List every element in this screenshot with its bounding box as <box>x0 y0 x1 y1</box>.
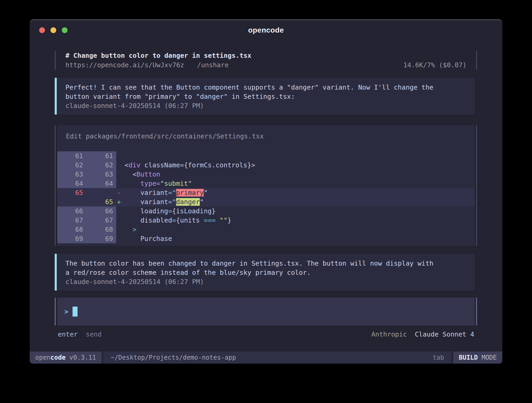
diff-new-line-number <box>87 188 116 197</box>
session-header: # Change button color to danger in setti… <box>57 51 475 70</box>
message-line: a red/rose color scheme instead of the b… <box>65 268 468 277</box>
share-row: https://opencode.ai/s/UwJxv76z /unshare <box>65 60 229 70</box>
diff-new-line-number: 62 <box>87 161 116 170</box>
diff-code-line: loading={isLoading} <box>116 206 475 216</box>
app-version: v0.3.11 <box>66 354 96 361</box>
message-meta: claude-sonnet-4-20250514 (06:27 PM) <box>65 101 468 110</box>
status-divider <box>101 352 104 364</box>
tab-key-hint: tab <box>433 354 444 361</box>
model-name: Claude Sonnet 4 <box>415 330 474 338</box>
diff-table: 61616262 <div className={formCs.controls… <box>57 151 475 243</box>
diff-change-marker: + <box>117 197 121 206</box>
diff-new-line-number: 68 <box>87 225 116 234</box>
diff-change-marker: - <box>117 188 121 197</box>
provider-name: Anthropic <box>371 330 407 338</box>
hint-row: enter send Anthropic Claude Sonnet 4 <box>57 326 475 339</box>
diff-code-line: type="submit" <box>116 179 475 188</box>
diff-code-line: <div className={formCs.controls}> <box>116 161 475 170</box>
diff-new-line-number: 61 <box>87 151 116 161</box>
diff-row: 6767 disabled={units === ""} <box>57 216 475 225</box>
text-cursor <box>73 307 78 317</box>
mode-primary: BUILD <box>459 354 478 361</box>
diff-row: 65- variant="primary" <box>57 188 475 197</box>
message-line: button variant from "primary" to "danger… <box>65 92 468 101</box>
assistant-message-1: Perfect! I can see that the Button compo… <box>55 78 475 115</box>
edit-tool-title: Edit packages/frontend/src/containers/Se… <box>57 132 475 141</box>
diff-old-line-number: 61 <box>57 151 87 161</box>
diff-code-line: > <box>116 225 475 234</box>
diff-old-line-number: 64 <box>57 179 87 188</box>
mode-secondary: MODE <box>478 354 497 361</box>
app-name-prefix: open <box>35 354 50 361</box>
diff-code-line: <Button <box>116 170 475 179</box>
edit-tool-block: Edit packages/frontend/src/containers/Se… <box>57 125 475 246</box>
diff-row: 6464 type="submit" <box>57 179 475 188</box>
diff-row: 6666 loading={isLoading} <box>57 206 475 216</box>
diff-old-line-number: 66 <box>57 206 87 216</box>
diff-new-line-number: 64 <box>87 179 116 188</box>
diff-code-line: + variant="danger" <box>116 197 475 206</box>
diff-old-line-number: 67 <box>57 216 87 225</box>
diff-old-line-number <box>57 197 87 206</box>
diff-old-line-number: 65 <box>57 188 87 197</box>
session-subtitle-row: https://opencode.ai/s/UwJxv76z /unshare … <box>65 60 467 70</box>
mode-chip: BUILD MODE <box>453 352 503 364</box>
status-divider <box>451 352 453 364</box>
diff-row: 65+ variant="danger" <box>57 197 475 206</box>
model-indicator: Anthropic Claude Sonnet 4 <box>371 330 474 339</box>
diff-old-line-number: 62 <box>57 161 87 170</box>
main-content: # Change button color to danger in setti… <box>30 40 502 352</box>
diff-code-line: - variant="primary" <box>116 188 475 197</box>
status-bar: opencode v0.3.11 ~/Desktop/Projects/demo… <box>30 352 502 364</box>
token-usage: 14.6K/7% ($0.07) <box>403 60 467 70</box>
diff-row: 6161 <box>57 151 475 161</box>
diff-new-line-number: 69 <box>87 234 116 243</box>
unshare-command[interactable]: /unshare <box>197 61 229 69</box>
working-directory: ~/Desktop/Projects/demo-notes-app <box>111 354 236 361</box>
prompt-symbol: > <box>64 308 68 316</box>
diff-new-line-number: 67 <box>87 216 116 225</box>
diff-new-line-number: 63 <box>87 170 116 179</box>
diff-old-line-number: 63 <box>57 170 87 179</box>
diff-new-line-number: 65 <box>87 197 116 206</box>
message-meta: claude-sonnet-4-20250514 (06:27 PM) <box>65 277 468 286</box>
prompt-input[interactable]: > <box>57 298 475 326</box>
diff-row: 6969 Purchase <box>57 234 475 243</box>
diff-row: 6868 > <box>57 225 475 234</box>
send-hint: enter send <box>58 330 102 339</box>
diff-code-line: disabled={units === ""} <box>116 216 475 225</box>
app-name-suffix: code <box>50 354 66 361</box>
diff-code-line: Purchase <box>116 234 475 243</box>
diff-row: 6363 <Button <box>57 170 475 179</box>
share-url-link[interactable]: https://opencode.ai/s/UwJxv76z <box>65 61 184 69</box>
diff-code-line <box>116 151 475 161</box>
diff-old-line-number: 68 <box>57 225 87 234</box>
key-action: send <box>86 330 101 338</box>
diff-old-line-number: 69 <box>57 234 87 243</box>
window-title: opencode <box>30 26 502 34</box>
app-version-chip: opencode v0.3.11 <box>30 352 101 364</box>
diff-row: 6262 <div className={formCs.controls}> <box>57 161 475 170</box>
assistant-message-2: The button color has been changed to dan… <box>55 254 475 291</box>
message-line: The button color has been changed to dan… <box>65 259 468 268</box>
message-line: Perfect! I can see that the Button compo… <box>65 83 468 92</box>
session-title: # Change button color to danger in setti… <box>65 51 467 60</box>
app-window: opencode # Change button color to danger… <box>30 19 502 364</box>
title-bar: opencode <box>30 20 502 40</box>
diff-new-line-number: 66 <box>87 206 116 216</box>
key-hint: enter <box>58 330 78 338</box>
